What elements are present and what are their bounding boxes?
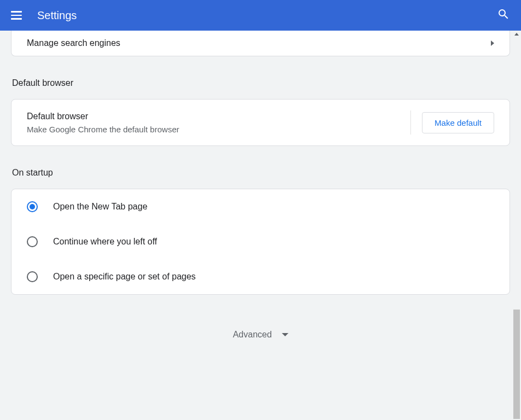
advanced-label: Advanced [233,330,271,340]
search-icon[interactable] [497,8,510,23]
on-startup-card: Open the New Tab page Continue where you… [11,189,510,295]
chevron-right-icon [491,40,494,46]
divider [410,110,411,135]
default-browser-section-title: Default browser [12,78,510,88]
page-title: Settings [37,9,497,22]
radio-icon[interactable] [27,201,38,212]
chevron-down-icon [282,333,288,336]
manage-search-engines-label: Manage search engines [27,38,120,48]
default-browser-card: Default browser Make Google Chrome the d… [11,99,510,146]
search-engine-card: Manage search engines [11,31,510,56]
startup-option-label: Open a specific page or set of pages [53,272,196,282]
app-header: Settings [0,0,521,31]
scrollbar[interactable] [512,31,521,420]
startup-option-specific-pages[interactable]: Open a specific page or set of pages [11,259,510,294]
on-startup-section-title: On startup [12,168,510,178]
startup-option-label: Continue where you left off [53,237,157,247]
scroll-up-icon[interactable] [514,33,519,36]
make-default-button[interactable]: Make default [422,112,494,133]
startup-option-new-tab[interactable]: Open the New Tab page [11,189,510,224]
manage-search-engines-row[interactable]: Manage search engines [11,31,510,56]
scroll-thumb[interactable] [513,310,520,419]
radio-icon[interactable] [27,236,38,247]
settings-content: Manage search engines Default browser De… [0,31,521,420]
default-browser-row: Default browser Make Google Chrome the d… [11,100,510,145]
default-browser-label: Default browser [27,112,400,121]
default-browser-text: Default browser Make Google Chrome the d… [27,112,400,134]
startup-option-continue[interactable]: Continue where you left off [11,224,510,259]
default-browser-sublabel: Make Google Chrome the default browser [27,125,400,134]
menu-icon[interactable] [11,9,24,22]
startup-option-label: Open the New Tab page [53,202,147,212]
radio-icon[interactable] [27,271,38,282]
advanced-toggle[interactable]: Advanced [11,308,510,372]
